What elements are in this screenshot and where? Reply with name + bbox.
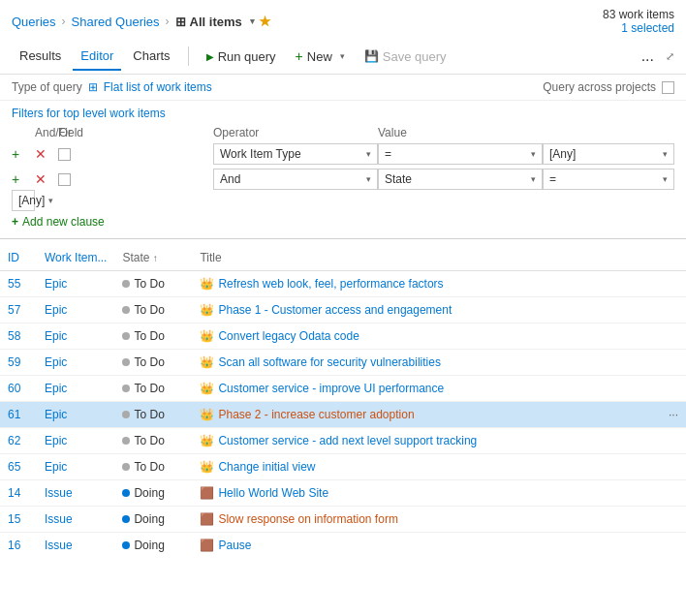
title-link[interactable]: Hello World Web Site [218, 486, 328, 500]
filter-2-checkbox[interactable] [58, 173, 71, 186]
sort-asc-icon: ↑ [153, 253, 158, 263]
filter-1-operator-select[interactable]: = ▾ [378, 143, 543, 165]
breadcrumb-sep-2: › [166, 15, 170, 28]
state-dot [122, 385, 130, 392]
new-button[interactable]: + New ▾ [288, 44, 353, 69]
cell-type: Epic [37, 402, 114, 428]
f2-val-caret: ▾ [48, 196, 53, 205]
col-operator-header: Operator [213, 126, 378, 139]
title-link[interactable]: Pause [218, 539, 251, 552]
section-divider [0, 238, 686, 239]
filter-2-field[interactable]: State▾ [378, 169, 543, 190]
cell-id[interactable]: 65 [0, 454, 37, 480]
save-query-button[interactable]: 💾 Save query [357, 45, 454, 69]
row-ellipsis[interactable]: ··· [669, 408, 678, 421]
filter-1-value-select[interactable]: [Any] ▾ [543, 143, 674, 165]
cell-id[interactable]: 61 [0, 402, 37, 428]
delete-filter-2-icon[interactable]: ✕ [35, 171, 58, 187]
filter-headers: And/Or Field Operator Value [12, 126, 674, 143]
breadcrumb-queries[interactable]: Queries [12, 15, 56, 29]
title-link[interactable]: Change initial view [218, 460, 315, 474]
cell-id[interactable]: 62 [0, 428, 37, 454]
cell-id[interactable]: 57 [0, 297, 37, 323]
cell-title: 🟫Pause [192, 533, 686, 556]
add-filter-1-icon[interactable]: + [12, 146, 35, 162]
cell-id[interactable]: 58 [0, 323, 37, 350]
query-across: Query across projects [543, 80, 674, 94]
filter-2-op[interactable]: =▾ [543, 169, 674, 190]
add-clause-icon: + [12, 215, 18, 229]
filter-row-1: + ✕ Work Item Type ▾ = ▾ [Any] ▾ [12, 143, 674, 165]
add-clause[interactable]: + Add new clause [12, 215, 674, 229]
table-row: 16 Issue Doing 🟫Pause [0, 533, 686, 556]
cell-type: Issue [37, 480, 114, 507]
col-header-type[interactable]: Work Item... [37, 245, 114, 271]
col-header-state[interactable]: State ↑ [114, 245, 192, 271]
plus-icon: + [296, 48, 303, 64]
cell-state: To Do [114, 454, 192, 480]
state-dot [122, 515, 130, 523]
cell-type: Epic [37, 454, 114, 480]
delete-filter-1-icon[interactable]: ✕ [35, 146, 58, 162]
title-link[interactable]: Convert legacy Odata code [218, 329, 359, 343]
title-link[interactable]: Refresh web look, feel, performance fact… [218, 277, 443, 291]
cell-type: Epic [37, 350, 114, 376]
f2-field-caret: ▾ [531, 174, 536, 184]
title-link[interactable]: Phase 2 - increase customer adoption [218, 408, 414, 421]
query-type-value[interactable]: Flat list of work items [104, 80, 212, 94]
filter-1-val-caret: ▾ [663, 149, 668, 159]
tab-charts[interactable]: Charts [125, 43, 177, 71]
col-value-header: Value [378, 126, 543, 139]
cell-id[interactable]: 15 [0, 507, 37, 533]
across-projects-checkbox[interactable] [662, 81, 674, 94]
add-filter-2-icon[interactable]: + [12, 171, 35, 187]
title-link[interactable]: Phase 1 - Customer access and engagement [218, 303, 452, 317]
cell-state: To Do [114, 376, 192, 402]
cell-id[interactable]: 60 [0, 376, 37, 402]
state-dot [122, 411, 130, 418]
run-query-button[interactable]: ▶ Run query [199, 45, 284, 69]
cell-title: 👑Refresh web look, feel, performance fac… [192, 271, 686, 297]
tab-results[interactable]: Results [12, 43, 69, 71]
cell-id[interactable]: 59 [0, 350, 37, 376]
state-dot [122, 332, 130, 340]
filter-row-2: +✕And▾State▾=▾[Any]▾ [12, 169, 674, 211]
toolbar: Results Editor Charts ▶ Run query + New … [0, 39, 686, 75]
title-link[interactable]: Customer service - add next level suppor… [218, 434, 477, 447]
title-link[interactable]: Slow response on information form [218, 512, 397, 526]
filter-1-field-select[interactable]: Work Item Type ▾ [213, 143, 378, 165]
filter-1-checkbox[interactable] [58, 148, 71, 161]
query-type-bar: Type of query ⊞ Flat list of work items … [0, 75, 686, 101]
cell-id[interactable]: 55 [0, 271, 37, 297]
cell-type: Epic [37, 271, 114, 297]
crown-icon: 👑 [200, 434, 214, 447]
query-type-label: Type of query [12, 80, 82, 94]
results-table-wrapper[interactable]: ID Work Item... State ↑ Title 55 Epic To… [0, 245, 686, 555]
cell-type: Epic [37, 376, 114, 402]
cell-type: Issue [37, 533, 114, 556]
filter-2-andor[interactable]: And▾ [213, 169, 378, 190]
crown-icon: 👑 [200, 355, 214, 369]
tab-editor[interactable]: Editor [73, 43, 121, 71]
cell-state: To Do [114, 323, 192, 350]
col-header-title[interactable]: Title [192, 245, 686, 271]
expand-icon[interactable]: ⤢ [666, 50, 674, 63]
f2-op-caret: ▾ [663, 174, 668, 184]
more-options-button[interactable]: ... [634, 44, 662, 69]
cell-id[interactable]: 16 [0, 533, 37, 556]
title-link[interactable]: Scan all software for security vulnerabi… [218, 355, 440, 369]
breadcrumb-dropdown-icon[interactable]: ▾ [250, 16, 255, 26]
puzzle-icon: 🟫 [200, 486, 214, 500]
table-header-row: ID Work Item... State ↑ Title [0, 245, 686, 271]
favorite-star-icon[interactable]: ★ [259, 14, 271, 29]
table-row: 14 Issue Doing 🟫Hello World Web Site [0, 480, 686, 507]
table-row: 61 Epic To Do 👑Phase 2 - increase custom… [0, 402, 686, 428]
cell-id[interactable]: 14 [0, 480, 37, 507]
filter-2-val[interactable]: [Any]▾ [12, 190, 35, 211]
crown-icon: 👑 [200, 408, 214, 421]
breadcrumb-shared-queries[interactable]: Shared Queries [72, 15, 160, 29]
cell-title: 🟫Slow response on information form [192, 507, 686, 533]
col-header-id[interactable]: ID [0, 245, 37, 271]
cell-state: To Do [114, 428, 192, 454]
title-link[interactable]: Customer service - improve UI performanc… [218, 382, 444, 395]
